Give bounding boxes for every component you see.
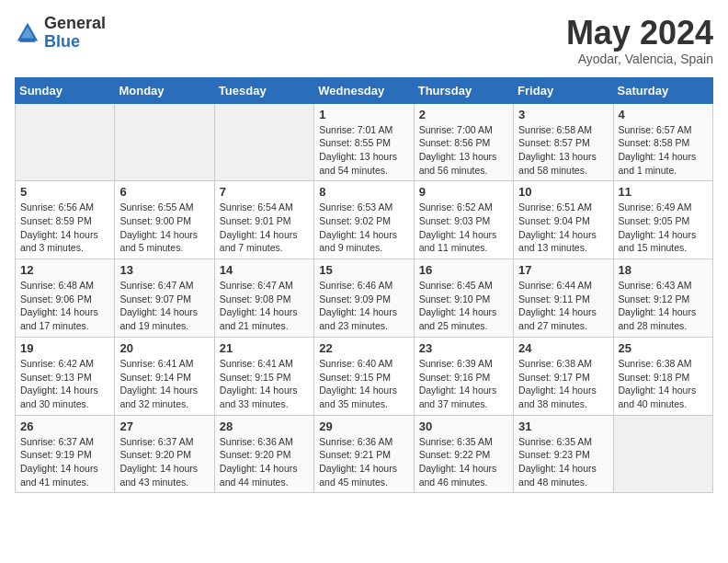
calendar-day-cell: 21Sunrise: 6:41 AMSunset: 9:15 PMDayligh… — [214, 337, 313, 415]
day-number: 21 — [220, 341, 309, 355]
calendar-day-cell: 17Sunrise: 6:44 AMSunset: 9:11 PMDayligh… — [514, 259, 613, 338]
calendar-week-row: 19Sunrise: 6:42 AMSunset: 9:13 PMDayligh… — [16, 337, 713, 415]
logo-blue-text: Blue — [44, 33, 106, 52]
day-number: 20 — [119, 341, 209, 355]
calendar-day-cell — [214, 103, 313, 181]
calendar-week-row: 1Sunrise: 7:01 AMSunset: 8:55 PMDaylight… — [16, 103, 713, 181]
day-info: Sunrise: 6:36 AMSunset: 9:20 PMDaylight:… — [220, 435, 309, 489]
calendar-day-cell: 11Sunrise: 6:49 AMSunset: 9:05 PMDayligh… — [613, 181, 712, 259]
calendar-day-cell: 23Sunrise: 6:39 AMSunset: 9:16 PMDayligh… — [414, 337, 513, 415]
logo: General Blue — [15, 15, 106, 52]
day-number: 7 — [220, 185, 309, 199]
day-number: 22 — [319, 341, 408, 355]
calendar-day-cell: 2Sunrise: 7:00 AMSunset: 8:56 PMDaylight… — [414, 103, 513, 181]
day-number: 3 — [518, 108, 608, 121]
calendar-week-row: 5Sunrise: 6:56 AMSunset: 8:59 PMDaylight… — [16, 181, 713, 259]
day-info: Sunrise: 6:52 AMSunset: 9:03 PMDaylight:… — [419, 201, 508, 255]
calendar-day-cell: 30Sunrise: 6:35 AMSunset: 9:22 PMDayligh… — [414, 415, 513, 493]
day-number: 26 — [20, 419, 109, 433]
calendar-day-cell: 9Sunrise: 6:52 AMSunset: 9:03 PMDaylight… — [414, 181, 513, 259]
logo-text: General Blue — [44, 15, 106, 52]
page-header: General Blue May 2024 Ayodar, Valencia, … — [15, 15, 713, 66]
day-number: 28 — [220, 419, 309, 433]
day-info: Sunrise: 6:43 AMSunset: 9:12 PMDaylight:… — [619, 279, 708, 333]
calendar-day-cell: 31Sunrise: 6:35 AMSunset: 9:23 PMDayligh… — [514, 415, 613, 493]
day-info: Sunrise: 6:38 AMSunset: 9:18 PMDaylight:… — [619, 357, 708, 411]
calendar-day-cell: 13Sunrise: 6:47 AMSunset: 9:07 PMDayligh… — [115, 259, 214, 338]
calendar-day-cell: 25Sunrise: 6:38 AMSunset: 9:18 PMDayligh… — [613, 337, 712, 415]
day-info: Sunrise: 6:35 AMSunset: 9:22 PMDaylight:… — [419, 435, 508, 489]
calendar-week-row: 26Sunrise: 6:37 AMSunset: 9:19 PMDayligh… — [16, 415, 713, 493]
day-info: Sunrise: 6:35 AMSunset: 9:23 PMDaylight:… — [518, 435, 608, 489]
day-number: 12 — [20, 263, 109, 277]
calendar-title: May 2024 — [566, 15, 713, 52]
calendar-day-cell: 15Sunrise: 6:46 AMSunset: 9:09 PMDayligh… — [314, 259, 414, 338]
day-number: 6 — [119, 185, 209, 199]
svg-rect-2 — [20, 40, 36, 42]
day-number: 18 — [619, 263, 708, 277]
day-number: 30 — [419, 419, 508, 433]
calendar-day-cell: 20Sunrise: 6:41 AMSunset: 9:14 PMDayligh… — [115, 337, 214, 415]
calendar-day-cell: 19Sunrise: 6:42 AMSunset: 9:13 PMDayligh… — [16, 337, 115, 415]
calendar-week-row: 12Sunrise: 6:48 AMSunset: 9:06 PMDayligh… — [16, 259, 713, 338]
calendar-day-cell — [115, 103, 214, 181]
logo-general-text: General — [44, 15, 106, 33]
day-info: Sunrise: 6:46 AMSunset: 9:09 PMDaylight:… — [319, 279, 408, 333]
calendar-header-row: SundayMondayTuesdayWednesdayThursdayFrid… — [16, 77, 713, 103]
calendar-day-cell — [613, 415, 712, 493]
day-number: 13 — [119, 263, 209, 277]
calendar-day-cell: 10Sunrise: 6:51 AMSunset: 9:04 PMDayligh… — [514, 181, 613, 259]
day-info: Sunrise: 6:54 AMSunset: 9:01 PMDaylight:… — [220, 201, 309, 255]
day-info: Sunrise: 6:39 AMSunset: 9:16 PMDaylight:… — [419, 357, 508, 411]
calendar-day-cell — [16, 103, 115, 181]
day-number: 27 — [119, 419, 209, 433]
day-info: Sunrise: 6:41 AMSunset: 9:15 PMDaylight:… — [220, 357, 309, 411]
calendar-day-cell: 14Sunrise: 6:47 AMSunset: 9:08 PMDayligh… — [214, 259, 313, 338]
day-info: Sunrise: 6:49 AMSunset: 9:05 PMDaylight:… — [619, 201, 708, 255]
day-number: 10 — [518, 185, 608, 199]
day-info: Sunrise: 7:01 AMSunset: 8:55 PMDaylight:… — [319, 123, 408, 178]
day-number: 9 — [419, 185, 508, 199]
day-number: 19 — [20, 341, 109, 355]
day-info: Sunrise: 6:42 AMSunset: 9:13 PMDaylight:… — [20, 357, 109, 411]
day-info: Sunrise: 6:41 AMSunset: 9:14 PMDaylight:… — [119, 357, 209, 411]
day-number: 17 — [518, 263, 608, 277]
day-number: 2 — [419, 108, 508, 121]
day-number: 23 — [419, 341, 508, 355]
day-number: 11 — [619, 185, 708, 199]
day-number: 4 — [619, 108, 708, 121]
day-number: 8 — [319, 185, 408, 199]
calendar-day-cell: 6Sunrise: 6:55 AMSunset: 9:00 PMDaylight… — [115, 181, 214, 259]
day-info: Sunrise: 6:40 AMSunset: 9:15 PMDaylight:… — [319, 357, 408, 411]
day-info: Sunrise: 6:53 AMSunset: 9:02 PMDaylight:… — [319, 201, 408, 255]
day-info: Sunrise: 6:47 AMSunset: 9:07 PMDaylight:… — [119, 279, 209, 333]
calendar-subtitle: Ayodar, Valencia, Spain — [566, 52, 713, 66]
day-info: Sunrise: 6:55 AMSunset: 9:00 PMDaylight:… — [119, 201, 209, 255]
calendar-day-cell: 18Sunrise: 6:43 AMSunset: 9:12 PMDayligh… — [613, 259, 712, 338]
day-of-week-header: Monday — [115, 77, 214, 103]
calendar-day-cell: 4Sunrise: 6:57 AMSunset: 8:58 PMDaylight… — [613, 103, 712, 181]
day-number: 14 — [220, 263, 309, 277]
day-info: Sunrise: 6:44 AMSunset: 9:11 PMDaylight:… — [518, 279, 608, 333]
calendar-day-cell: 1Sunrise: 7:01 AMSunset: 8:55 PMDaylight… — [314, 103, 414, 181]
day-number: 5 — [20, 185, 109, 199]
day-of-week-header: Thursday — [414, 77, 513, 103]
calendar-table: SundayMondayTuesdayWednesdayThursdayFrid… — [15, 77, 713, 494]
day-info: Sunrise: 6:45 AMSunset: 9:10 PMDaylight:… — [419, 279, 508, 333]
day-number: 29 — [319, 419, 408, 433]
calendar-day-cell: 24Sunrise: 6:38 AMSunset: 9:17 PMDayligh… — [514, 337, 613, 415]
calendar-day-cell: 26Sunrise: 6:37 AMSunset: 9:19 PMDayligh… — [16, 415, 115, 493]
day-info: Sunrise: 6:56 AMSunset: 8:59 PMDaylight:… — [20, 201, 109, 255]
day-number: 16 — [419, 263, 508, 277]
logo-icon — [15, 20, 40, 46]
calendar-day-cell: 7Sunrise: 6:54 AMSunset: 9:01 PMDaylight… — [214, 181, 313, 259]
day-of-week-header: Saturday — [613, 77, 712, 103]
calendar-day-cell: 22Sunrise: 6:40 AMSunset: 9:15 PMDayligh… — [314, 337, 414, 415]
day-info: Sunrise: 6:48 AMSunset: 9:06 PMDaylight:… — [20, 279, 109, 333]
day-info: Sunrise: 6:58 AMSunset: 8:57 PMDaylight:… — [518, 123, 608, 178]
day-number: 1 — [319, 108, 408, 121]
calendar-day-cell: 16Sunrise: 6:45 AMSunset: 9:10 PMDayligh… — [414, 259, 513, 338]
day-info: Sunrise: 6:51 AMSunset: 9:04 PMDaylight:… — [518, 201, 608, 255]
day-info: Sunrise: 6:37 AMSunset: 9:20 PMDaylight:… — [119, 435, 209, 489]
day-info: Sunrise: 6:37 AMSunset: 9:19 PMDaylight:… — [20, 435, 109, 489]
